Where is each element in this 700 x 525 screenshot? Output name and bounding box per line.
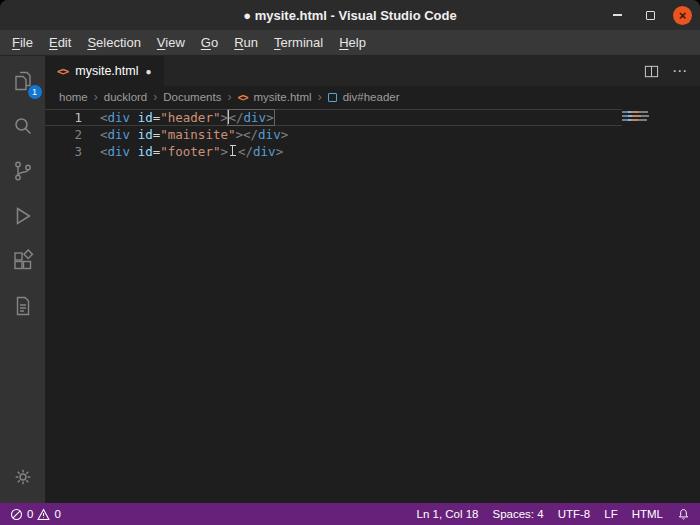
maximize-button[interactable]	[640, 5, 660, 25]
menu-help[interactable]: Help	[331, 32, 374, 53]
code-token: </	[243, 127, 258, 142]
editor-actions: ⋯	[644, 56, 700, 86]
code-token: </	[228, 110, 243, 125]
minimap[interactable]	[622, 111, 650, 123]
code-token: div	[253, 144, 276, 159]
code-text: <div id="mainsite"></div>	[82, 126, 288, 143]
tab-bar: <> mysite.html ● ⋯	[45, 56, 700, 86]
menu-edit[interactable]: Edit	[41, 32, 79, 53]
code-line[interactable]: 2<div id="mainsite"></div>	[45, 126, 622, 143]
chevron-right-icon: ›	[227, 90, 231, 104]
code-token: div	[108, 110, 131, 125]
html-file-icon: <>	[57, 65, 68, 78]
code-token	[130, 127, 138, 142]
editor-group: <> mysite.html ● ⋯ home › ducklord	[45, 56, 700, 503]
status-left: 0 0	[10, 508, 61, 521]
menu-view[interactable]: View	[149, 32, 193, 53]
editor[interactable]: 1<div id="header"></div>2<div id="mainsi…	[45, 108, 700, 503]
menu-selection[interactable]: Selection	[79, 32, 148, 53]
status-right: Ln 1, Col 18 Spaces: 4 UTF-8 LF HTML	[417, 508, 691, 521]
code-token: div	[258, 127, 281, 142]
code-token: >	[276, 144, 284, 159]
window-controls: ×	[607, 0, 692, 30]
split-editor-icon[interactable]	[644, 64, 659, 79]
code-token: id	[138, 127, 153, 142]
breadcrumb-symbol[interactable]: div#header	[343, 91, 400, 103]
code-line[interactable]: 1<div id="header"></div>	[45, 109, 622, 126]
warning-triangle-icon	[37, 508, 50, 521]
chevron-right-icon: ›	[318, 90, 322, 104]
code-token: >	[281, 127, 289, 142]
run-debug-icon[interactable]	[11, 204, 35, 228]
menu-run[interactable]: Run	[226, 32, 266, 53]
explorer-icon[interactable]: 1	[11, 69, 35, 93]
code-token: </	[238, 144, 253, 159]
code-token: "footer"	[160, 144, 220, 159]
more-actions-icon[interactable]: ⋯	[672, 62, 687, 80]
vscode-window: ● mysite.html - Visual Studio Code × Fil…	[0, 0, 700, 525]
title-bar: ● mysite.html - Visual Studio Code ×	[0, 0, 700, 30]
code-token	[130, 144, 138, 159]
breadcrumb: home › ducklord › Documents › <> mysite.…	[45, 86, 700, 108]
indentation-setting[interactable]: Spaces: 4	[493, 508, 544, 520]
menu-file[interactable]: File	[4, 32, 41, 53]
git-branch-icon	[11, 159, 35, 183]
error-count: 0	[27, 508, 33, 520]
chevron-right-icon: ›	[94, 90, 98, 104]
eol-setting[interactable]: LF	[604, 508, 617, 520]
code-token: <	[100, 127, 108, 142]
document-icon	[11, 294, 35, 318]
squares-icon	[11, 249, 35, 273]
code-token: id	[138, 110, 153, 125]
code-lines: 1<div id="header"></div>2<div id="mainsi…	[45, 109, 700, 160]
close-button[interactable]: ×	[673, 6, 692, 25]
code-token: >	[220, 144, 228, 159]
html-file-icon: <>	[237, 92, 247, 103]
encoding-setting[interactable]: UTF-8	[558, 508, 591, 520]
language-mode[interactable]: HTML	[632, 508, 663, 520]
play-bug-icon	[11, 204, 35, 228]
code-line[interactable]: 3<div id="footer"></div>	[45, 143, 622, 160]
minimap-line	[622, 111, 648, 113]
symbol-element-icon	[328, 93, 337, 102]
code-token: div	[108, 127, 131, 142]
source-control-icon[interactable]	[11, 159, 35, 183]
menu-bar: File Edit Selection View Go Run Terminal…	[0, 30, 700, 56]
problems-indicator[interactable]: 0 0	[10, 508, 61, 521]
code-token: >	[236, 127, 244, 142]
menu-terminal[interactable]: Terminal	[266, 32, 331, 53]
status-bar: 0 0 Ln 1, Col 18 Spaces: 4 UTF-8 LF HTML	[0, 503, 700, 525]
code-token: <	[100, 110, 108, 125]
minimize-icon	[613, 14, 622, 16]
magnifier-icon	[11, 114, 35, 138]
notifications-bell-icon[interactable]	[677, 508, 690, 521]
breadcrumb-documents[interactable]: Documents	[163, 91, 221, 103]
custom-view-icon[interactable]	[11, 294, 35, 318]
code-token: <	[100, 144, 108, 159]
line-number: 3	[45, 143, 82, 160]
close-icon: ×	[679, 9, 687, 22]
cursor-position[interactable]: Ln 1, Col 18	[417, 508, 479, 520]
unsaved-changes-dot-icon[interactable]: ●	[145, 66, 151, 77]
extensions-icon[interactable]	[11, 249, 35, 273]
code-token	[130, 110, 138, 125]
code-token: "header"	[160, 110, 220, 125]
breadcrumb-ducklord[interactable]: ducklord	[104, 91, 147, 103]
minimize-button[interactable]	[607, 5, 627, 25]
minimap-line	[622, 119, 647, 121]
error-circle-icon	[10, 508, 23, 521]
code-text: <div id="footer"></div>	[82, 143, 283, 160]
code-token: div	[108, 144, 131, 159]
breadcrumb-home[interactable]: home	[59, 91, 88, 103]
breadcrumb-file[interactable]: mysite.html	[253, 91, 311, 103]
code-text: <div id="header"></div>	[82, 109, 274, 126]
search-icon[interactable]	[11, 114, 35, 138]
code-token: id	[138, 144, 153, 159]
settings-button[interactable]	[11, 465, 35, 489]
activity-bar: 1	[0, 56, 45, 503]
code-token: "mainsite"	[160, 127, 235, 142]
chevron-right-icon: ›	[153, 90, 157, 104]
menu-go[interactable]: Go	[193, 32, 226, 53]
tab-mysite-html[interactable]: <> mysite.html ●	[45, 56, 164, 86]
main-area: 1	[0, 56, 700, 503]
